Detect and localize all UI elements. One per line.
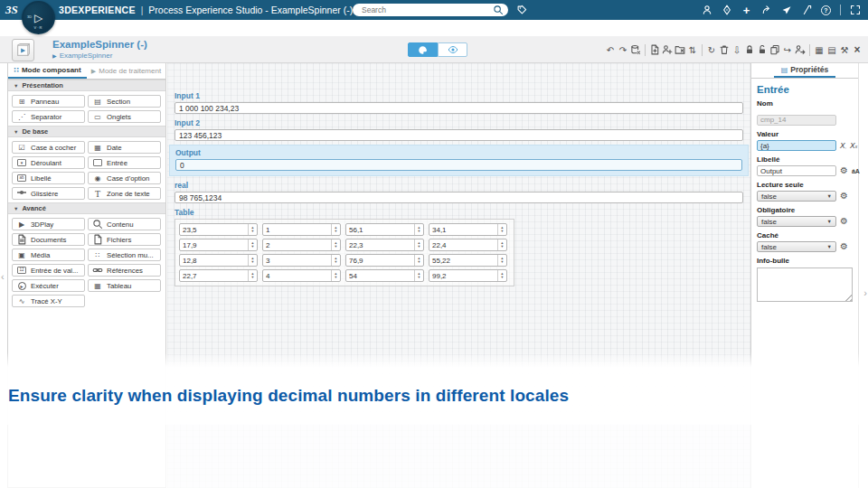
component-glissi-re[interactable]: Glissière	[12, 187, 85, 200]
spinner-input[interactable]	[429, 239, 497, 250]
spinner-input[interactable]	[180, 224, 248, 235]
spinner-input[interactable]	[180, 270, 248, 281]
spinner-input[interactable]	[429, 270, 497, 281]
user-icon[interactable]	[701, 5, 712, 16]
component-case-cocher[interactable]: ☑Case à cocher	[12, 141, 85, 154]
close-icon[interactable]: ×	[852, 44, 863, 56]
section-header[interactable]: ▼Avancé	[8, 202, 165, 214]
undo-icon[interactable]: ↶	[605, 44, 616, 56]
spinner-cell[interactable]: ▴▾	[345, 269, 424, 282]
forward-icon[interactable]	[760, 5, 772, 16]
spinner-input[interactable]	[263, 255, 331, 266]
search-bar[interactable]	[353, 4, 508, 16]
spinner-input[interactable]	[180, 239, 248, 250]
document-title[interactable]: ExampleSpinner (-)	[52, 39, 147, 50]
breadcrumb[interactable]: ▶ ExampleSpinner	[52, 52, 147, 60]
search-icon[interactable]	[493, 5, 504, 15]
field-real[interactable]: real	[175, 181, 743, 203]
spinner-arrows-icon[interactable]: ▴▾	[331, 239, 340, 250]
grid-view-icon[interactable]: ▦	[814, 44, 825, 56]
component-r-f-rences[interactable]: Références	[88, 264, 161, 277]
section-header[interactable]: ▼Présentation	[8, 80, 165, 91]
spinner-arrows-icon[interactable]: ▴▾	[497, 270, 506, 281]
spinner-arrows-icon[interactable]: ▴▾	[414, 270, 423, 281]
spinner-table[interactable]: ▴▾▴▾▴▾▴▾▴▾▴▾▴▾▴▾▴▾▴▾▴▾▴▾▴▾▴▾▴▾▴▾	[175, 219, 514, 286]
sort-icon[interactable]: ⇅	[687, 44, 698, 56]
output-field[interactable]	[175, 159, 742, 171]
add-user-icon[interactable]	[662, 44, 673, 56]
formula-remove-icon[interactable]: Xx	[850, 141, 857, 150]
infobulle-textarea[interactable]	[757, 267, 853, 302]
valeur-field[interactable]	[757, 140, 836, 151]
real-field[interactable]	[175, 192, 743, 203]
spinner-input[interactable]	[263, 224, 331, 235]
gear-icon[interactable]: ⚙	[840, 192, 848, 201]
formula-add-icon[interactable]: X,	[840, 141, 846, 150]
spinner-input[interactable]	[346, 255, 414, 266]
spinner-cell[interactable]: ▴▾	[345, 223, 424, 236]
send-icon[interactable]	[780, 5, 792, 16]
spinner-cell[interactable]: ▴▾	[429, 269, 507, 282]
spinner-cell[interactable]: ▴▾	[429, 254, 507, 267]
spinner-arrows-icon[interactable]: ▴▾	[331, 270, 340, 281]
spinner-input[interactable]	[429, 255, 497, 266]
breadcrumb-label[interactable]: ExampleSpinner	[60, 52, 113, 60]
design-mode-button[interactable]	[408, 42, 438, 57]
add-icon[interactable]: +	[741, 5, 752, 16]
spinner-input[interactable]	[346, 270, 414, 281]
fullscreen-icon[interactable]	[849, 5, 861, 16]
spinner-arrows-icon[interactable]: ▴▾	[248, 224, 257, 235]
input2-field[interactable]	[175, 129, 743, 141]
field-input2[interactable]: Input 2	[175, 118, 743, 141]
spinner-cell[interactable]: ▴▾	[179, 254, 258, 267]
libelle-field[interactable]	[757, 165, 836, 176]
component-s-lection-mu[interactable]: ∷Sélection mu...	[88, 249, 161, 261]
spinner-input[interactable]	[263, 270, 331, 281]
search-input[interactable]	[360, 5, 493, 15]
component-tableau[interactable]: ▦Tableau	[88, 279, 161, 292]
spinner-cell[interactable]: ▴▾	[429, 239, 507, 251]
spinner-input[interactable]	[180, 255, 248, 266]
trash-icon[interactable]	[719, 44, 730, 56]
design-canvas[interactable]: Input 1 Input 2 Output real Table ▴▾▴▾▴▾…	[167, 63, 750, 488]
spinner-input[interactable]	[263, 239, 331, 250]
field-input1[interactable]: Input 1	[175, 91, 743, 114]
spinner-cell[interactable]: ▴▾	[345, 254, 424, 267]
spinner-arrows-icon[interactable]: ▴▾	[331, 224, 340, 235]
component-onglets[interactable]: ▭Onglets	[88, 110, 161, 123]
cache-select[interactable]: false ▼	[757, 241, 836, 252]
app-icon[interactable]	[12, 39, 34, 61]
spinner-arrows-icon[interactable]: ▴▾	[497, 224, 506, 235]
form-view-icon[interactable]: ▤	[826, 44, 837, 56]
spinner-arrows-icon[interactable]: ▴▾	[414, 224, 423, 235]
branch-icon[interactable]	[800, 5, 812, 16]
spinner-cell[interactable]: ▴▾	[179, 269, 258, 282]
obligatoire-select[interactable]: false ▼	[757, 216, 836, 227]
component-case-d-option[interactable]: ◉Case d'option	[88, 172, 161, 184]
component-ex-cuter[interactable]: ▸Exécuter	[12, 279, 85, 292]
spinner-arrows-icon[interactable]: ▴▾	[248, 270, 257, 281]
database-remove-icon[interactable]	[630, 44, 641, 56]
tab-mode-traitement[interactable]: ▶ Mode de traitement	[87, 63, 165, 79]
font-style-icon[interactable]: áA	[852, 168, 860, 174]
spinner-input[interactable]	[429, 224, 497, 235]
spinner-cell[interactable]: ▴▾	[262, 269, 341, 282]
spinner-cell[interactable]: ▴▾	[179, 239, 258, 251]
spinner-arrows-icon[interactable]: ▴▾	[497, 239, 506, 250]
tag-icon[interactable]	[516, 5, 527, 15]
gear-icon[interactable]: ⚙	[840, 242, 848, 251]
spinner-input[interactable]	[346, 239, 414, 250]
tools-icon[interactable]: ⚒	[839, 44, 850, 56]
app-title[interactable]: Process Experience Studio - ExampleSpinn…	[148, 5, 353, 15]
import-icon[interactable]: ⇩	[731, 44, 742, 56]
component-documents[interactable]: Documents	[12, 233, 85, 246]
input1-field[interactable]	[175, 102, 743, 114]
tab-proprietes[interactable]: ▤ Propriétés	[774, 65, 836, 78]
component-entr-e[interactable]: Entrée	[88, 156, 161, 169]
gear-icon[interactable]: ⚙	[840, 166, 848, 175]
gear-icon[interactable]: ⚙	[840, 217, 848, 226]
collapse-left-icon[interactable]: ‹	[1, 271, 5, 282]
component-3dplay[interactable]: ▶3DPlay	[12, 218, 85, 230]
spinner-arrows-icon[interactable]: ▴▾	[248, 255, 257, 266]
spinner-arrows-icon[interactable]: ▴▾	[414, 239, 423, 250]
